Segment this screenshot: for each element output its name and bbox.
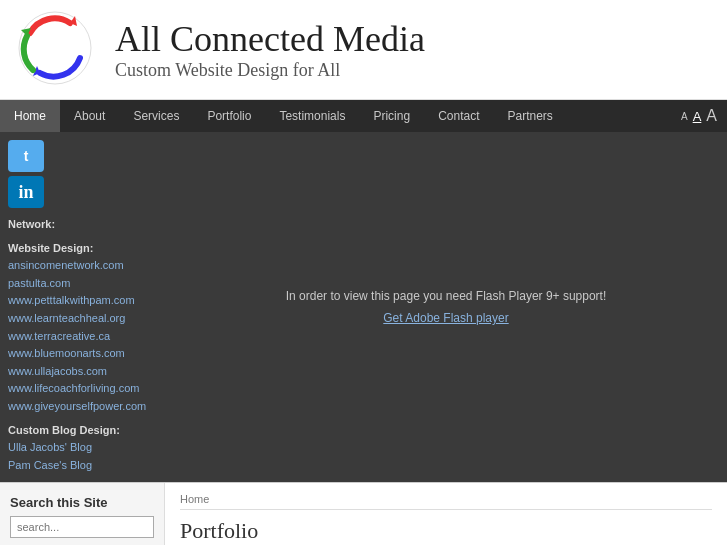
- sidebar-link-9[interactable]: www.giveyourselfpower.com: [8, 398, 157, 416]
- portfolio-content: Home Portfolio Thank you for visiting my…: [165, 483, 727, 545]
- nav-testimonials[interactable]: Testimonials: [265, 100, 359, 132]
- twitter-icon[interactable]: t: [8, 140, 44, 172]
- site-subtitle: Custom Website Design for All: [115, 60, 425, 81]
- search-input[interactable]: [10, 516, 154, 538]
- search-title: Search this Site: [10, 495, 154, 510]
- sidebar-link-1[interactable]: ansincomenetwork.com: [8, 257, 157, 275]
- nav-partners[interactable]: Partners: [494, 100, 567, 132]
- custom-blog-label: Custom Blog Design:: [8, 422, 157, 440]
- site-title: All Connected Media: [115, 18, 425, 60]
- logo: [15, 8, 115, 91]
- sidebar-blog-1[interactable]: Ulla Jacobs' Blog: [8, 439, 157, 457]
- sidebar-link-4[interactable]: www.learnteachheal.org: [8, 310, 157, 328]
- main-content: t in Network: Website Design: ansincomen…: [0, 132, 727, 482]
- font-medium[interactable]: A: [693, 109, 702, 124]
- bottom-section: Search this Site Testimonials "All Conne…: [0, 482, 727, 545]
- header-text: All Connected Media Custom Website Desig…: [115, 18, 425, 81]
- nav-pricing[interactable]: Pricing: [359, 100, 424, 132]
- social-icons: t in: [8, 140, 157, 208]
- flash-download-link[interactable]: Get Adobe Flash player: [383, 311, 508, 325]
- sidebar-link-5[interactable]: www.terracreative.ca: [8, 328, 157, 346]
- nav-about[interactable]: About: [60, 100, 119, 132]
- main-nav: Home About Services Portfolio Testimonia…: [0, 100, 727, 132]
- sidebar: t in Network: Website Design: ansincomen…: [0, 132, 165, 482]
- breadcrumb: Home: [180, 493, 712, 510]
- sidebar-link-3[interactable]: www.petttalkwithpam.com: [8, 292, 157, 310]
- sidebar-link-2[interactable]: pastulta.com: [8, 275, 157, 293]
- nav-home[interactable]: Home: [0, 100, 60, 132]
- bottom-sidebar: Search this Site Testimonials "All Conne…: [0, 483, 165, 545]
- search-section: Search this Site: [10, 495, 154, 538]
- website-design-label: Website Design:: [8, 240, 157, 258]
- portfolio-heading: Portfolio: [180, 518, 712, 544]
- network-label: Network:: [8, 216, 157, 234]
- nav-contact[interactable]: Contact: [424, 100, 493, 132]
- linkedin-icon[interactable]: in: [8, 176, 44, 208]
- sidebar-link-8[interactable]: www.lifecoachforliving.com: [8, 380, 157, 398]
- font-large[interactable]: A: [706, 107, 717, 125]
- font-controls: A A A: [671, 107, 727, 125]
- svg-point-0: [19, 12, 91, 84]
- site-header: All Connected Media Custom Website Desig…: [0, 0, 727, 100]
- nav-items: Home About Services Portfolio Testimonia…: [0, 100, 671, 132]
- sidebar-blog-2[interactable]: Pam Case's Blog: [8, 457, 157, 475]
- flash-message: In order to view this page you need Flas…: [286, 289, 607, 303]
- nav-portfolio[interactable]: Portfolio: [193, 100, 265, 132]
- font-small[interactable]: A: [681, 111, 688, 122]
- sidebar-link-6[interactable]: www.bluemoonarts.com: [8, 345, 157, 363]
- sidebar-links: Network: Website Design: ansincomenetwor…: [8, 216, 157, 474]
- nav-services[interactable]: Services: [119, 100, 193, 132]
- flash-area: In order to view this page you need Flas…: [165, 132, 727, 482]
- sidebar-link-7[interactable]: www.ullajacobs.com: [8, 363, 157, 381]
